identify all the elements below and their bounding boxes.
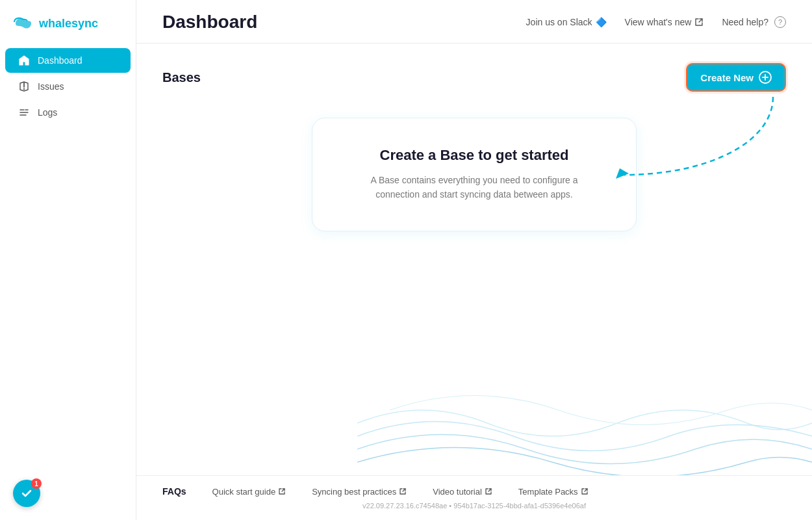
sidebar-item-logs[interactable]: Logs	[5, 100, 131, 125]
join-slack-link[interactable]: Join us on Slack 🔷	[526, 17, 607, 27]
need-help-link[interactable]: Need help? ?	[722, 16, 786, 28]
header-actions: Join us on Slack 🔷 View what's new Need …	[526, 16, 786, 28]
plus-circle-icon	[759, 71, 772, 84]
bases-title: Bases	[162, 70, 201, 85]
sidebar-nav: Dashboard Issues Logs	[0, 47, 136, 126]
main-content: Dashboard Join us on Slack 🔷 View what's…	[136, 0, 812, 520]
create-new-label: Create New	[700, 72, 754, 83]
footer-link-quick-start[interactable]: Quick start guide	[212, 487, 286, 497]
header: Dashboard Join us on Slack 🔷 View what's…	[136, 0, 812, 44]
content-area: Bases Create New Create a Base to get st…	[136, 44, 812, 475]
slack-emoji-icon: 🔷	[596, 17, 607, 27]
footer-link-syncing-best[interactable]: Syncing best practices	[312, 487, 407, 497]
help-circle-icon: ?	[774, 16, 786, 28]
page-title: Dashboard	[162, 12, 526, 32]
view-whats-new-label: View what's new	[625, 17, 692, 27]
section-header: Bases Create New	[162, 63, 786, 92]
version-text: v22.09.27.23.16.c74548ae • 954b17ac-3125…	[162, 502, 786, 510]
issues-icon	[18, 81, 30, 92]
logo: whalesync	[0, 10, 136, 47]
quick-start-label: Quick start guide	[212, 487, 276, 497]
quick-start-ext-icon	[278, 488, 286, 495]
sidebar-logs-label: Logs	[38, 107, 57, 118]
view-whats-new-link[interactable]: View what's new	[625, 17, 704, 27]
footer-link-video-tutorial[interactable]: Video tutorial	[433, 487, 492, 497]
sidebar-issues-label: Issues	[38, 81, 64, 92]
wave-background	[357, 293, 812, 475]
sidebar-item-dashboard[interactable]: Dashboard	[5, 48, 131, 73]
syncing-ext-icon	[399, 488, 407, 495]
check-icon	[20, 487, 33, 500]
template-ext-icon	[581, 488, 589, 495]
video-ext-icon	[485, 488, 492, 495]
badge-count: 1	[31, 478, 42, 489]
empty-card-description: A Base contains everything you need to c…	[351, 173, 597, 202]
faqs-label: FAQs	[162, 486, 186, 497]
footer-faqs: FAQs Quick start guide Syncing best prac…	[162, 486, 786, 497]
syncing-best-label: Syncing best practices	[312, 487, 396, 497]
sidebar: whalesync Dashboard Issues Logs	[0, 0, 136, 520]
template-packs-label: Template Packs	[518, 487, 578, 497]
empty-card-title: Create a Base to get started	[351, 147, 597, 164]
logs-icon	[18, 107, 30, 118]
logo-text: whalesync	[39, 17, 98, 31]
sidebar-dashboard-label: Dashboard	[38, 55, 82, 66]
join-slack-label: Join us on Slack	[526, 17, 592, 27]
footer: FAQs Quick start guide Syncing best prac…	[136, 475, 812, 520]
footer-link-template-packs[interactable]: Template Packs	[518, 487, 589, 497]
create-new-button[interactable]: Create New	[686, 63, 786, 92]
notification-badge[interactable]: 1	[13, 480, 40, 507]
need-help-label: Need help?	[722, 17, 768, 27]
empty-state: Create a Base to get started A Base cont…	[162, 118, 786, 231]
sidebar-item-issues[interactable]: Issues	[5, 74, 131, 99]
svg-line-5	[699, 19, 702, 22]
home-icon	[18, 55, 30, 66]
external-link-icon	[694, 18, 704, 27]
video-tutorial-label: Video tutorial	[433, 487, 482, 497]
empty-card: Create a Base to get started A Base cont…	[312, 118, 637, 231]
svg-point-0	[23, 88, 25, 90]
